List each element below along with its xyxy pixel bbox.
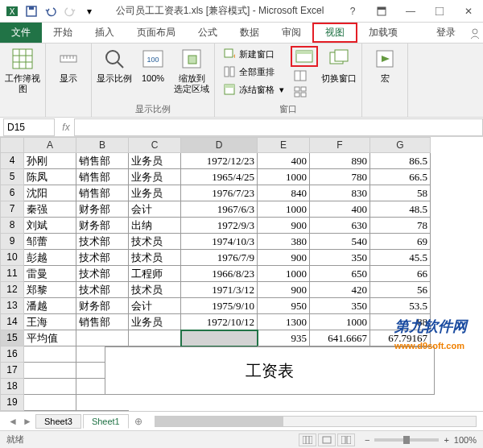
row-header[interactable]: 12 bbox=[0, 282, 24, 298]
cell[interactable]: 会计 bbox=[129, 201, 181, 218]
tab-home[interactable]: 开始 bbox=[42, 23, 84, 43]
cell[interactable]: 1967/6/3 bbox=[181, 201, 258, 218]
cell[interactable]: 业务员 bbox=[129, 153, 181, 169]
close-icon[interactable]: ✕ bbox=[457, 3, 480, 19]
sheet-tab-sheet1[interactable]: Sheet1 bbox=[83, 414, 129, 429]
cell[interactable]: 技术员 bbox=[129, 250, 181, 266]
col-header-g[interactable]: G bbox=[370, 137, 431, 153]
save-icon[interactable] bbox=[23, 2, 40, 20]
cell[interactable] bbox=[181, 395, 258, 411]
cell[interactable]: 78 bbox=[370, 218, 431, 234]
add-sheet-button[interactable]: ⊕ bbox=[130, 416, 147, 427]
page-layout-view-button[interactable] bbox=[318, 433, 336, 446]
cell[interactable]: 1972/10/12 bbox=[181, 314, 258, 330]
cell[interactable] bbox=[76, 395, 129, 411]
col-header-f[interactable]: F bbox=[310, 137, 370, 153]
cell[interactable]: 沈阳 bbox=[24, 185, 76, 201]
cell[interactable]: 会计 bbox=[129, 298, 181, 314]
row-header[interactable]: 7 bbox=[0, 201, 24, 218]
col-header-a[interactable]: A bbox=[24, 137, 76, 153]
switch-window-button[interactable]: 切换窗口 bbox=[321, 46, 357, 84]
cell[interactable]: 销售部 bbox=[76, 314, 129, 330]
select-all-corner[interactable] bbox=[0, 137, 24, 153]
col-header-d[interactable]: D bbox=[181, 137, 258, 153]
cell[interactable]: 900 bbox=[258, 282, 310, 298]
tab-addins[interactable]: 加载项 bbox=[357, 23, 409, 43]
cell[interactable]: 郑黎 bbox=[24, 282, 76, 298]
cell[interactable]: 890 bbox=[310, 153, 370, 169]
cell[interactable]: 邹蕾 bbox=[24, 234, 76, 250]
tab-login[interactable]: 登录 bbox=[425, 23, 467, 43]
cell[interactable]: 财务部 bbox=[76, 298, 129, 314]
macros-button[interactable]: 宏 bbox=[367, 46, 402, 84]
row-header[interactable]: 15 bbox=[0, 330, 24, 346]
col-header-c[interactable]: C bbox=[129, 137, 181, 153]
cell[interactable]: 1974/10/3 bbox=[181, 234, 258, 250]
tab-insert[interactable]: 插入 bbox=[84, 23, 126, 43]
cell[interactable] bbox=[24, 379, 76, 395]
cell[interactable]: 69 bbox=[370, 234, 431, 250]
cell[interactable]: 销售部 bbox=[76, 153, 129, 169]
cell[interactable]: 1000 bbox=[258, 201, 310, 218]
cell[interactable] bbox=[310, 395, 370, 411]
tab-data[interactable]: 数据 bbox=[229, 23, 270, 43]
cell[interactable]: 350 bbox=[310, 298, 370, 314]
row-header[interactable]: 17 bbox=[0, 363, 24, 379]
cell[interactable]: 刘斌 bbox=[24, 218, 76, 234]
cell[interactable]: 技术部 bbox=[76, 234, 129, 250]
cell[interactable] bbox=[76, 330, 129, 346]
cell[interactable]: 400 bbox=[310, 201, 370, 218]
cell[interactable]: 780 bbox=[310, 169, 370, 185]
cell[interactable]: 技术员 bbox=[129, 282, 181, 298]
cell[interactable]: 技术部 bbox=[76, 250, 129, 266]
cell[interactable]: 平均值 bbox=[24, 330, 76, 346]
minimize-icon[interactable]: — bbox=[399, 3, 422, 19]
formula-input[interactable] bbox=[74, 118, 483, 136]
cell[interactable]: 350 bbox=[310, 250, 370, 266]
qat-dropdown-icon[interactable]: ▾ bbox=[80, 2, 98, 20]
cell[interactable]: 王海 bbox=[24, 314, 76, 330]
cell[interactable]: 财务部 bbox=[76, 201, 129, 218]
cell[interactable]: 财务部 bbox=[76, 218, 129, 234]
cell[interactable]: 潘越 bbox=[24, 298, 76, 314]
new-window-button[interactable]: +新建窗口 bbox=[220, 46, 287, 62]
cell[interactable]: 66 bbox=[370, 266, 431, 282]
normal-view-button[interactable] bbox=[299, 433, 316, 446]
win-opt2-button[interactable] bbox=[291, 68, 318, 83]
cell[interactable]: 53.5 bbox=[370, 298, 431, 314]
cell[interactable]: 业务员 bbox=[129, 169, 181, 185]
cell[interactable]: 1000 bbox=[258, 266, 310, 282]
help-icon[interactable]: ? bbox=[341, 3, 364, 19]
row-header[interactable]: 18 bbox=[0, 379, 24, 395]
cell[interactable]: 58 bbox=[370, 185, 431, 201]
new-window-big-button[interactable] bbox=[291, 46, 318, 67]
cell[interactable]: 1975/9/10 bbox=[181, 298, 258, 314]
name-box[interactable]: D15 bbox=[3, 118, 55, 136]
zoom-slider[interactable] bbox=[374, 438, 439, 442]
freeze-panes-button[interactable]: 冻结窗格▾ bbox=[220, 81, 287, 97]
tab-layout[interactable]: 页面布局 bbox=[126, 23, 187, 43]
cell[interactable]: 650 bbox=[310, 266, 370, 282]
cell[interactable]: 900 bbox=[258, 250, 310, 266]
excel-icon[interactable]: X bbox=[3, 2, 21, 20]
cell[interactable] bbox=[258, 395, 310, 411]
cell[interactable]: 出纳 bbox=[129, 218, 181, 234]
cell[interactable]: 1965/4/25 bbox=[181, 169, 258, 185]
cell[interactable]: 秦强 bbox=[24, 201, 76, 218]
cell[interactable]: 840 bbox=[258, 185, 310, 201]
cell[interactable]: 技术部 bbox=[76, 266, 129, 282]
row-header[interactable]: 16 bbox=[0, 346, 24, 363]
cell[interactable]: 工程师 bbox=[129, 266, 181, 282]
show-button[interactable]: 显示 bbox=[51, 46, 86, 84]
cell[interactable]: 彭越 bbox=[24, 250, 76, 266]
cell[interactable]: 420 bbox=[310, 282, 370, 298]
row-header[interactable]: 13 bbox=[0, 298, 24, 314]
zoom-thumb[interactable] bbox=[403, 436, 410, 444]
cell[interactable]: 641.6667 bbox=[310, 330, 370, 346]
cell[interactable] bbox=[370, 395, 431, 411]
cell[interactable]: 技术部 bbox=[76, 282, 129, 298]
cell[interactable]: 技术员 bbox=[129, 234, 181, 250]
workbook-views-button[interactable]: 工作簿视图 bbox=[5, 46, 40, 94]
tab-review[interactable]: 审阅 bbox=[270, 23, 312, 43]
cell[interactable] bbox=[129, 395, 181, 411]
